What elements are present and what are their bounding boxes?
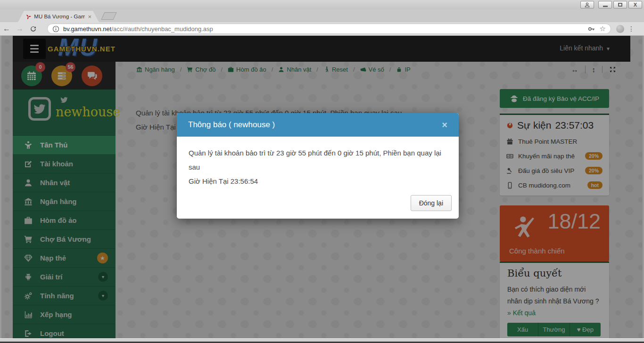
minimize-button[interactable] [598,1,612,8]
key-icon[interactable] [588,25,595,33]
modal-footer: Đóng lại [177,195,459,219]
info-icon[interactable] [52,25,59,33]
modal-close-icon[interactable]: × [442,120,447,131]
maximize-icon [618,3,622,7]
window-titlebar [0,0,644,9]
modal-line-2: Giờ Hiện Tại 23:56:54 [189,174,447,188]
window-border-bottom [0,338,644,343]
browser-menu-icon[interactable]: ⋮ [628,25,635,33]
browser-window: MU Bá Vương - Gamethu × X ← → bv.gamethu… [0,0,644,343]
tab-favicon-icon [25,13,31,20]
modal-body: Quản lý tài khoản bảo trì từ 23 giờ 55 p… [177,137,459,195]
tab-strip: MU Bá Vương - Gamethu × [0,9,644,22]
reload-button[interactable] [26,24,40,33]
browser-toolbar: ← → bv.gamethuvn.net/acc/#auth/chuyenbac… [0,22,644,36]
url-domain: bv.gamethuvn.net [63,25,111,33]
forward-button[interactable]: → [13,24,26,33]
modal-line-1: Quản lý tài khoản bảo trì từ 23 giờ 55 p… [189,146,447,174]
url-path: /acc/#auth/chuyenbac_mudidong.asp [111,25,213,33]
new-tab-button[interactable] [101,12,116,20]
notification-modal: Thông báo ( newhouse ) × Quản lý tài kho… [177,113,459,219]
minimize-icon [603,6,608,7]
bookmark-star-icon[interactable]: ☆ [600,24,606,33]
tab-close-icon[interactable]: × [88,14,91,20]
back-button[interactable]: ← [0,24,13,33]
window-controls: X [580,1,642,8]
url-text: bv.gamethuvn.net/acc/#auth/chuyenbac_mud… [63,25,584,33]
modal-close-button[interactable]: Đóng lại [411,195,452,211]
close-window-button[interactable]: X [628,1,642,8]
browser-tab[interactable]: MU Bá Vương - Gamethu × [18,11,99,22]
close-icon: X [634,2,637,8]
extension-icon[interactable] [616,25,624,33]
profile-button[interactable] [580,1,594,8]
page-viewport: MU GAMETHUVN.NET Liên kết nhanh▼ 0 56 [1,36,643,338]
maximize-button[interactable] [613,1,627,8]
modal-title: Thông báo ( newhouse ) [188,120,275,130]
address-bar[interactable]: bv.gamethuvn.net/acc/#auth/chuyenbac_mud… [47,24,611,34]
person-icon [584,2,590,8]
tab-title: MU Bá Vương - Gamethu [34,14,85,19]
modal-header: Thông báo ( newhouse ) × [177,113,459,137]
